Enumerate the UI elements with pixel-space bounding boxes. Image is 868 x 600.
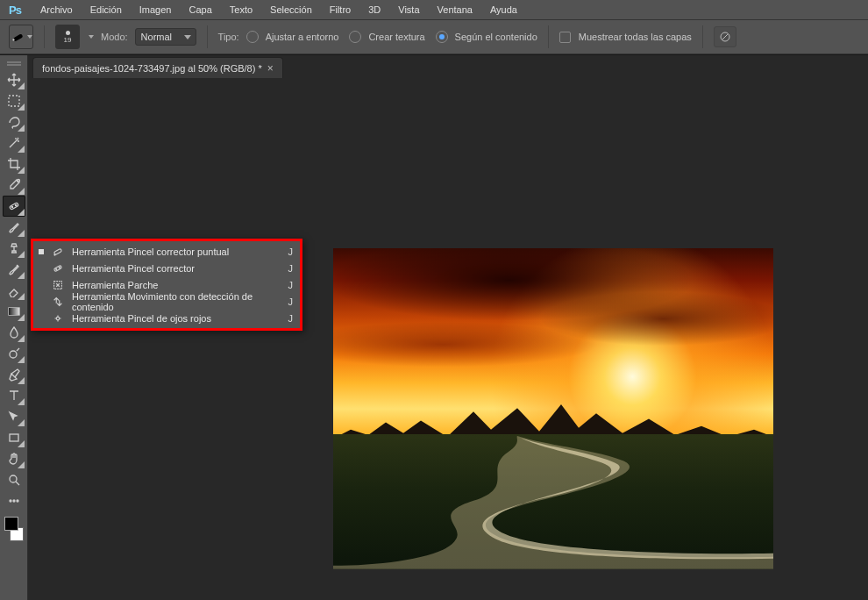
eyedropper-tool[interactable] [3, 175, 25, 196]
sample-all-label: Muestrear todas las capas [579, 32, 692, 42]
mode-value: Normal [141, 32, 172, 42]
spot-healing-tool[interactable] [3, 196, 25, 217]
radio-indicator[interactable] [246, 31, 259, 43]
path-select-tool[interactable] [3, 406, 25, 427]
workspace: fondos-paisajes-1024-733497.jpg al 50% (… [0, 54, 868, 600]
mode-label: Modo: [101, 32, 128, 42]
bandage-icon [51, 261, 65, 275]
menu-capa[interactable]: Capa [180, 2, 220, 18]
document-tabs: fondos-paisajes-1024-733497.jpg al 50% (… [28, 55, 868, 78]
dodge-tool[interactable] [3, 343, 25, 364]
flyout-item-3[interactable]: Herramienta Movimiento con detección de … [33, 293, 300, 310]
sample-all-checkbox[interactable] [559, 32, 571, 43]
flyout-shortcut: J [282, 296, 293, 307]
menu-archivo[interactable]: Archivo [32, 2, 82, 18]
clone-stamp-tool[interactable] [3, 238, 25, 259]
bandage-dot-icon [51, 245, 65, 259]
sample-all-layers[interactable]: Muestrear todas las capas [559, 32, 692, 43]
canvas-host[interactable]: Herramienta Pincel corrector puntualJHer… [28, 78, 868, 600]
flyout-label: Herramienta Pincel corrector [72, 263, 275, 274]
pressure-toggle-icon[interactable] [714, 26, 736, 47]
menu-selección[interactable]: Selección [261, 2, 321, 18]
menu-ayuda[interactable]: Ayuda [481, 2, 526, 18]
active-tool-preview[interactable] [9, 25, 33, 49]
brush-preset-picker[interactable]: 19 [55, 25, 80, 49]
pen-tool[interactable] [3, 364, 25, 385]
flyout-item-4[interactable]: Herramienta Pincel de ojos rojosJ [33, 310, 300, 326]
radio-indicator[interactable] [436, 31, 448, 43]
radio-label: Crear textura [368, 32, 424, 42]
document-tab[interactable]: fondos-paisajes-1024-733497.jpg al 50% (… [32, 57, 283, 78]
radio-label: Ajustar a entorno [266, 32, 339, 42]
ps-logo: Ps [5, 2, 25, 18]
type-radio-2[interactable]: Según el contenido [436, 31, 537, 43]
lasso-tool[interactable] [3, 111, 25, 132]
type-tool[interactable] [3, 385, 25, 406]
tools-panel [0, 55, 28, 600]
patch-icon [51, 278, 65, 292]
flyout-label: Herramienta Pincel corrector puntual [72, 246, 275, 257]
blur-tool[interactable] [3, 322, 25, 343]
svg-point-1 [12, 39, 14, 40]
close-icon[interactable]: × [267, 62, 274, 75]
history-brush-tool[interactable] [3, 259, 25, 280]
redeye-icon [51, 311, 65, 325]
tools-panel-grip[interactable] [3, 59, 25, 66]
menu-vista[interactable]: Vista [389, 2, 428, 18]
edit-toolbar[interactable] [3, 490, 25, 511]
eraser-tool[interactable] [3, 280, 25, 301]
move-arrows-icon [51, 295, 65, 309]
document-tab-title: fondos-paisajes-1024-733497.jpg al 50% (… [42, 63, 262, 74]
marquee-tool[interactable] [3, 90, 25, 111]
rectangle-tool[interactable] [3, 427, 25, 448]
foreground-swatch[interactable] [4, 517, 18, 531]
active-dot-icon [39, 249, 44, 254]
move-tool[interactable] [3, 69, 25, 90]
brush-size-value: 19 [64, 36, 72, 44]
type-label: Tipo: [218, 32, 239, 42]
svg-rect-0 [13, 33, 24, 42]
magic-wand-tool[interactable] [3, 132, 25, 154]
menu-texto[interactable]: Texto [221, 2, 261, 18]
menu-imagen[interactable]: Imagen [131, 2, 181, 18]
flyout-shortcut: J [282, 280, 293, 290]
menu-ventana[interactable]: Ventana [429, 2, 481, 18]
brush-dropdown-arrow[interactable] [89, 35, 94, 39]
app-root: Ps ArchivoEdiciónImagenCapaTextoSelecció… [0, 0, 868, 600]
type-radio-1[interactable]: Crear textura [349, 31, 424, 43]
flyout-label: Herramienta Movimiento con detección de … [72, 291, 275, 312]
menu-edición[interactable]: Edición [82, 2, 131, 18]
menu-3d[interactable]: 3D [359, 2, 389, 18]
type-radio-0[interactable]: Ajustar a entorno [246, 31, 339, 43]
flyout-shortcut: J [282, 246, 293, 257]
crop-tool[interactable] [3, 154, 25, 175]
menubar: Ps ArchivoEdiciónImagenCapaTextoSelecció… [0, 0, 868, 19]
zoom-tool[interactable] [3, 469, 25, 490]
menu-filtro[interactable]: Filtro [321, 2, 359, 18]
mode-select[interactable]: Normal [135, 28, 196, 46]
radio-indicator[interactable] [349, 31, 361, 43]
radio-label: Según el contenido [455, 32, 537, 42]
flyout-label: Herramienta Pincel de ojos rojos [72, 313, 275, 324]
flyout-label: Herramienta Parche [72, 280, 275, 290]
document-image [333, 248, 773, 569]
flyout-shortcut: J [282, 263, 293, 274]
flyout-item-1[interactable]: Herramienta Pincel correctorJ [33, 260, 300, 276]
gradient-tool[interactable] [3, 301, 25, 322]
canvas-area: fondos-paisajes-1024-733497.jpg al 50% (… [28, 55, 868, 600]
flyout-item-0[interactable]: Herramienta Pincel corrector puntualJ [33, 243, 300, 260]
flyout-shortcut: J [282, 313, 293, 324]
healing-tool-flyout: Herramienta Pincel corrector puntualJHer… [31, 239, 302, 331]
color-swatches[interactable] [3, 517, 25, 541]
hand-tool[interactable] [3, 448, 25, 469]
brush-tool[interactable] [3, 217, 25, 238]
options-bar: 19 Modo: Normal Tipo: Ajustar a entornoC… [0, 19, 868, 54]
